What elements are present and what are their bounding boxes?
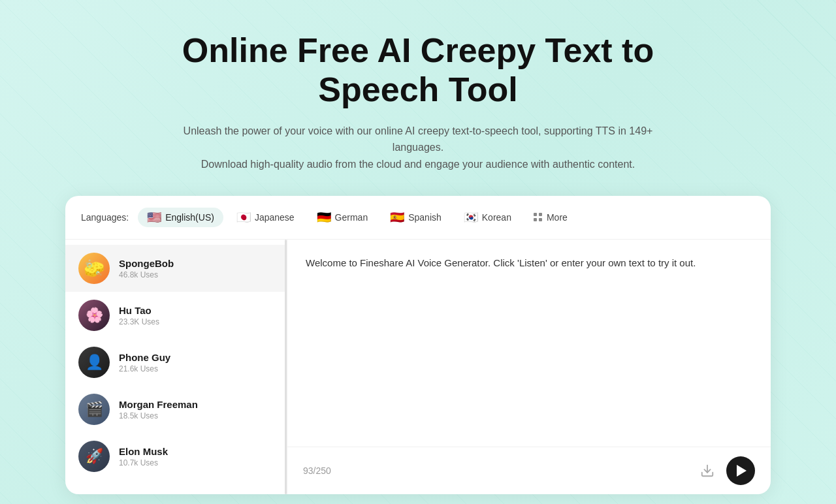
- voice-item-phoneguy[interactable]: 👤 Phone Guy 21.6k Uses: [65, 339, 287, 386]
- text-input[interactable]: Welcome to Fineshare AI Voice Generator.…: [306, 255, 752, 431]
- hero-subtitle: Unleash the power of your voice with our…: [176, 123, 660, 173]
- grid-icon: [534, 213, 543, 222]
- page-wrapper: Online Free AI Creepy Text to Speech Too…: [0, 0, 836, 504]
- flag-english: 🇺🇸: [147, 212, 161, 223]
- play-button[interactable]: [726, 456, 755, 485]
- lang-btn-more[interactable]: More: [524, 208, 577, 227]
- flag-japanese: 🇯🇵: [236, 212, 251, 223]
- voice-info-phoneguy: Phone Guy 21.6k Uses: [119, 352, 170, 373]
- char-count: 93/250: [303, 465, 331, 476]
- page-title: Online Free AI Creepy Text to Speech Too…: [124, 31, 712, 110]
- lang-btn-german[interactable]: 🇩🇪 German: [308, 208, 378, 227]
- language-label: Languages:: [81, 212, 129, 223]
- flag-spanish: 🇪🇸: [390, 212, 404, 223]
- flag-korean: 🇰🇷: [464, 212, 478, 223]
- lang-btn-korean[interactable]: 🇰🇷 Korean: [455, 208, 521, 227]
- text-area-wrapper: Welcome to Fineshare AI Voice Generator.…: [287, 240, 771, 447]
- lang-btn-japanese[interactable]: 🇯🇵 Japanese: [227, 208, 304, 227]
- voice-item-hutao[interactable]: 🌸 Hu Tao 23.3K Uses: [65, 292, 287, 339]
- voice-item-spongebob[interactable]: 🧽 SpongeBob 46.8k Uses: [65, 245, 287, 292]
- download-button[interactable]: [696, 460, 718, 482]
- action-buttons: [696, 456, 755, 485]
- flag-german: 🇩🇪: [317, 212, 331, 223]
- voice-info-hutao: Hu Tao 23.3K Uses: [119, 305, 159, 326]
- lang-btn-spanish[interactable]: 🇪🇸 Spanish: [381, 208, 451, 227]
- voice-item-elon[interactable]: 🚀 Elon Musk 10.7k Uses: [65, 433, 287, 480]
- language-bar: Languages: 🇺🇸 English(US) 🇯🇵 Japanese 🇩🇪…: [65, 196, 771, 240]
- text-panel: Welcome to Fineshare AI Voice Generator.…: [287, 240, 771, 494]
- lang-btn-english[interactable]: 🇺🇸 English(US): [138, 208, 223, 227]
- avatar-spongebob: 🧽: [78, 253, 110, 284]
- voice-item-morgan[interactable]: 🎬 Morgan Freeman 18.5k Uses: [65, 386, 287, 433]
- download-icon: [700, 464, 715, 478]
- avatar-hutao: 🌸: [78, 300, 110, 331]
- content-area: 🧽 SpongeBob 46.8k Uses 🌸 Hu Tao 23.3K Us…: [65, 240, 771, 494]
- avatar-phoneguy: 👤: [78, 347, 110, 378]
- voice-info-morgan: Morgan Freeman 18.5k Uses: [119, 399, 198, 420]
- voice-list: 🧽 SpongeBob 46.8k Uses 🌸 Hu Tao 23.3K Us…: [65, 240, 287, 494]
- voice-info-elon: Elon Musk 10.7k Uses: [119, 446, 168, 467]
- avatar-elon: 🚀: [78, 441, 110, 472]
- main-card: Languages: 🇺🇸 English(US) 🇯🇵 Japanese 🇩🇪…: [65, 196, 771, 494]
- avatar-morgan: 🎬: [78, 394, 110, 425]
- play-icon: [737, 465, 747, 477]
- bottom-bar: 93/250: [287, 447, 771, 494]
- voice-info-spongebob: SpongeBob 46.8k Uses: [119, 258, 174, 279]
